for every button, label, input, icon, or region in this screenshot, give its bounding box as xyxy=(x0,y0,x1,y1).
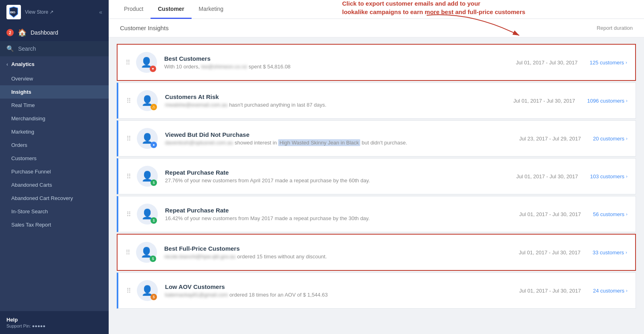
insight-card-at-risk: ⠿ 👤 ⚠ Customers At Risk mwalshe@exemail.… xyxy=(117,82,636,119)
insight-meta: Jul 01, 2017 - Jul 30, 2017 1096 custome… xyxy=(514,98,627,104)
sidebar-item-orders[interactable]: Orders xyxy=(0,138,109,152)
avatar-badge-dollar: $ xyxy=(150,256,156,262)
chevron-right-icon: › xyxy=(625,60,627,65)
sidebar-header: BIG View Store ↗ « xyxy=(0,0,109,24)
avatar-badge-heart: ♥ xyxy=(150,66,156,72)
insight-card-low-aov: ⠿ 👤 $ Low AOV Customers katemackay81@gma… xyxy=(117,272,636,309)
insight-title: Best Customers xyxy=(164,55,516,62)
tab-product[interactable]: Product xyxy=(117,0,151,19)
drag-handle[interactable]: ⠿ xyxy=(126,59,130,66)
sidebar-item-merchandising[interactable]: Merchandising xyxy=(0,112,109,125)
sidebar-item-customers[interactable]: Customers xyxy=(0,152,109,165)
svg-text:BIG: BIG xyxy=(10,10,15,14)
chevron-right-icon: › xyxy=(626,136,627,141)
sidebar-item-sales-tax[interactable]: Sales Tax Report xyxy=(0,218,109,231)
chevron-right-icon: › xyxy=(626,212,627,216)
avatar-badge-warning: ⚠ xyxy=(151,104,157,110)
chevron-right-icon: › xyxy=(625,250,627,255)
date-range: Jul 01, 2017 - Jul 30, 2017 xyxy=(519,211,581,217)
insight-desc: With 10 orders, lee@shimeon.co.nz spent … xyxy=(164,64,516,70)
date-range: Jul 01, 2017 - Jul 30, 2017 xyxy=(519,249,580,256)
chevron-right-icon: › xyxy=(626,174,627,179)
sidebar-item-abandoned-carts[interactable]: Abandoned Carts xyxy=(0,178,109,192)
report-duration-label: Report duration xyxy=(597,25,633,31)
insight-desc: nicole.bianchi@hpw.qld.gov.au ordered 15… xyxy=(164,254,519,260)
date-range: Jul 23, 2017 - Jul 29, 2017 xyxy=(519,136,581,142)
drag-handle[interactable]: ⠿ xyxy=(126,135,131,142)
date-range: Jul 01, 2017 - Jul 30, 2017 xyxy=(516,173,578,179)
sidebar-item-overview[interactable]: Overview xyxy=(0,72,109,85)
sidebar-item-insights[interactable]: Insights xyxy=(0,85,109,99)
insight-info-repeat-1: Repeat Purchase Rate 27.76% of your new … xyxy=(165,169,516,183)
insight-info-at-risk: Customers At Risk mwalshe@exemail.com.au… xyxy=(165,93,514,108)
drag-handle[interactable]: ⠿ xyxy=(126,287,131,295)
email-blurred: nicole.bianchi@hpw.qld.gov.au xyxy=(164,254,236,260)
avatar-best-customers: 👤 ♥ xyxy=(136,52,157,73)
date-range: Jul 01, 2017 - Jul 30, 2017 xyxy=(514,98,575,104)
email-blurred: katemackay81@gmail.com xyxy=(165,292,228,298)
main-content: Product Customer Marketing Click to expo… xyxy=(109,0,644,334)
collapse-sidebar-button[interactable]: « xyxy=(99,9,102,15)
insight-meta: Jul 01, 2017 - Jul 30, 2017 125 customer… xyxy=(516,60,627,66)
analytics-label: Analytics xyxy=(11,61,35,67)
analytics-header[interactable]: ‹ Analytics xyxy=(0,56,109,72)
insight-card-viewed-not-purchased: ⠿ 👤 ● Viewed But Did Not Purchase davent… xyxy=(117,120,636,157)
drag-handle[interactable]: ⠿ xyxy=(126,249,130,256)
customer-count-link[interactable]: 24 customers › xyxy=(593,288,627,294)
tab-customer[interactable]: Customer xyxy=(151,0,191,19)
insight-title: Best Full-Price Customers xyxy=(164,245,519,252)
sidebar-item-realtime[interactable]: Real Time xyxy=(0,99,109,112)
drag-handle[interactable]: ⠿ xyxy=(126,210,131,218)
analytics-section: ‹ Analytics Overview Insights Real Time … xyxy=(0,56,109,231)
insight-desc: 27.76% of your new customers from April … xyxy=(165,177,516,183)
avatar-repeat-1: 👤 $ xyxy=(137,166,158,187)
insight-info-low-aov: Low AOV Customers katemackay81@gmail.com… xyxy=(165,283,519,298)
customer-count-link[interactable]: 20 customers › xyxy=(593,136,627,142)
avatar-low-aov: 👤 $ xyxy=(137,280,158,301)
search-label: Search xyxy=(18,45,36,52)
customer-count-link[interactable]: 103 customers › xyxy=(590,173,627,179)
insight-card-repeat-purchase-1: ⠿ 👤 $ Repeat Purchase Rate 27.76% of you… xyxy=(117,158,636,194)
support-pin: Support Pin: ●●●●● xyxy=(6,324,102,328)
insight-info-full-price: Best Full-Price Customers nicole.bianchi… xyxy=(164,245,519,260)
sidebar: BIG View Store ↗ « 2 🏠 Dashboard 🔍 Searc… xyxy=(0,0,109,334)
customer-count-link[interactable]: 56 customers › xyxy=(593,211,627,217)
insight-desc: mwalshe@exemail.com.au hasn't purchased … xyxy=(165,102,514,108)
search-icon: 🔍 xyxy=(6,45,14,52)
insight-title: Viewed But Did Not Purchase xyxy=(165,131,519,138)
email-blurred: lee@shimeon.co.nz xyxy=(201,64,247,70)
drag-handle[interactable]: ⠿ xyxy=(126,97,131,105)
sidebar-item-instore-search[interactable]: In-Store Search xyxy=(0,205,109,218)
dashboard-label: Dashboard xyxy=(31,29,102,36)
customer-count-link[interactable]: 1096 customers › xyxy=(587,98,627,104)
customer-count-link[interactable]: 125 customers › xyxy=(590,60,627,66)
insights-list: ⠿ 👤 ♥ Best Customers With 10 orders, lee… xyxy=(109,37,644,317)
insight-desc: 16.42% of your new customers from May 20… xyxy=(165,215,519,221)
avatar-viewed: 👤 ● xyxy=(137,128,158,149)
insight-card-best-full-price: ⠿ 👤 $ Best Full-Price Customers nicole.b… xyxy=(117,234,636,271)
chevron-right-icon: › xyxy=(626,98,627,103)
sidebar-item-abandoned-cart-recovery[interactable]: Abandoned Cart Recovery xyxy=(0,192,109,205)
content-area: Customer Insights Report duration ⠿ 👤 ♥ … xyxy=(109,19,644,334)
avatar-at-risk: 👤 ⚠ xyxy=(137,90,158,111)
dashboard-nav-item[interactable]: 2 🏠 Dashboard xyxy=(0,24,109,41)
insight-title: Low AOV Customers xyxy=(165,283,519,290)
logo-area: BIG View Store ↗ xyxy=(6,5,54,19)
sidebar-item-purchase-funnel[interactable]: Purchase Funnel xyxy=(0,165,109,178)
tab-marketing[interactable]: Marketing xyxy=(192,0,231,19)
bigcommerce-logo: BIG xyxy=(6,5,21,19)
sidebar-item-marketing[interactable]: Marketing xyxy=(0,125,109,138)
search-nav-item[interactable]: 🔍 Search xyxy=(0,41,109,56)
date-range: Jul 01, 2017 - Jul 30, 2017 xyxy=(516,60,578,66)
insight-title: Repeat Purchase Rate xyxy=(165,207,519,214)
insight-desc: daventosh@optusnet.com.au showed interes… xyxy=(165,140,519,146)
avatar-badge-dollar: $ xyxy=(151,217,157,224)
drag-handle[interactable]: ⠿ xyxy=(126,173,131,180)
insight-title: Customers At Risk xyxy=(165,93,514,100)
top-tabs-bar: Product Customer Marketing Click to expo… xyxy=(109,0,644,19)
insight-card-best-customers: ⠿ 👤 ♥ Best Customers With 10 orders, lee… xyxy=(117,44,636,81)
insight-meta: Jul 01, 2017 - Jul 30, 2017 56 customers… xyxy=(519,211,627,217)
insight-meta: Jul 01, 2017 - Jul 30, 2017 33 customers… xyxy=(519,249,627,256)
customer-count-link[interactable]: 33 customers › xyxy=(592,249,627,256)
view-store-link[interactable]: View Store ↗ xyxy=(25,9,54,15)
